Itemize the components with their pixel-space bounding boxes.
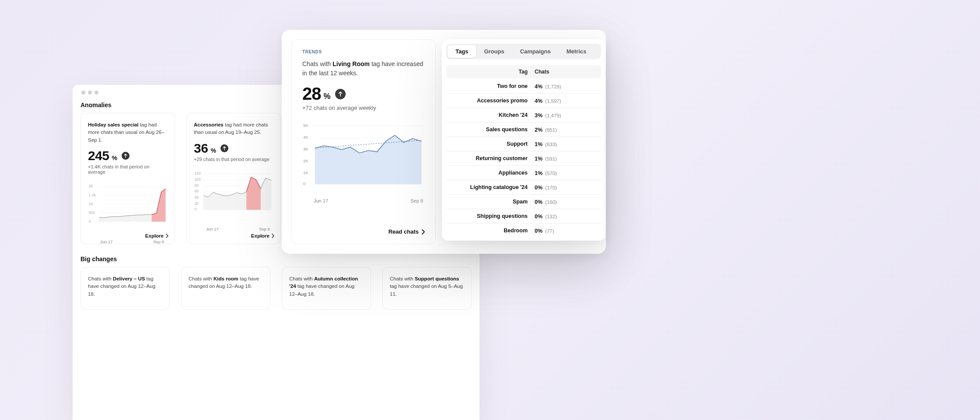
change-tag-name: Delivery – US <box>113 276 145 281</box>
table-row[interactable]: Returning customer 1%(591) <box>446 151 601 166</box>
explore-label: Explore <box>145 233 164 238</box>
tags-header-chats: Chats <box>535 69 596 75</box>
change-desc-text: tag have changed on Aug 12–Aug 18. <box>289 284 354 296</box>
chart-date-range: Jun 17 Sep 8 <box>194 225 273 231</box>
anomaly-card[interactable]: Holiday sales special tag had more chats… <box>80 113 175 244</box>
arrow-up-icon <box>122 152 130 160</box>
trends-area-chart: 5K 4K 3K 2K 1K 0 <box>302 117 425 194</box>
svg-text:0: 0 <box>303 181 305 186</box>
tag-name: Appliances <box>452 170 535 176</box>
tags-table-header: Tag Chats <box>446 65 601 78</box>
tag-name: Accessories promo <box>452 98 535 104</box>
table-row[interactable]: Accessories promo 4%(1,597) <box>446 94 601 108</box>
trends-value: 28 <box>302 84 321 104</box>
tag-name: Shipping questions <box>452 213 535 219</box>
chevron-right-icon <box>165 234 168 238</box>
tag-count: (591) <box>545 156 557 161</box>
svg-text:120: 120 <box>195 172 201 175</box>
svg-text:60: 60 <box>195 189 199 193</box>
table-row[interactable]: Shipping questions 0%(132) <box>446 209 601 224</box>
svg-text:2K: 2K <box>303 158 308 163</box>
tab-metrics[interactable]: Metrics <box>559 45 595 58</box>
tag-percent: 4% <box>535 84 545 90</box>
tab-tags[interactable]: Tags <box>448 45 476 58</box>
change-card[interactable]: Chats with Support questions tag have ch… <box>382 267 472 310</box>
explore-button[interactable]: Explore <box>251 233 274 238</box>
tag-percent: 4% <box>535 98 545 104</box>
svg-text:0: 0 <box>195 207 197 211</box>
minimize-dot[interactable] <box>88 91 92 94</box>
tags-panel: Tags Groups Campaigns Metrics Tag Chats … <box>442 39 606 241</box>
svg-text:4K: 4K <box>303 135 308 140</box>
anomaly-metric: 245 % <box>88 148 168 163</box>
svg-text:2K: 2K <box>89 184 94 188</box>
read-chats-button[interactable]: Read chats <box>388 228 425 235</box>
tag-name: Support <box>452 141 535 147</box>
table-row[interactable]: Support 1%(633) <box>446 137 601 151</box>
tag-count: (1,597) <box>545 98 561 104</box>
trends-date-end: Sep 8 <box>410 198 423 203</box>
tag-count: (132) <box>545 214 557 219</box>
svg-text:5K: 5K <box>303 123 308 128</box>
change-prefix: Chats with <box>88 276 113 281</box>
tag-percent: 2% <box>535 127 545 133</box>
trends-card: TRENDS Chats with Living Room tag have i… <box>291 39 436 244</box>
change-description: Chats with Support questions tag have ch… <box>390 275 464 298</box>
tag-name: Two for one <box>452 83 535 89</box>
change-card[interactable]: Chats with Kids room tag have changed on… <box>181 267 270 310</box>
change-tag-name: Kids room <box>214 276 238 281</box>
change-card[interactable]: Chats with Autumn collection '24 tag hav… <box>282 267 371 310</box>
table-row[interactable]: Appliances 1%(570) <box>446 166 601 180</box>
tag-percent: 0% <box>535 199 545 205</box>
tag-percent: 1% <box>535 141 545 147</box>
svg-text:3K: 3K <box>303 147 308 151</box>
chevron-right-icon <box>271 234 274 238</box>
anomaly-sub-metric: +1.4K chats in that period on average <box>88 164 168 175</box>
anomaly-sparkline-chart: 2K 1.5K 1K 500 0 <box>88 179 168 236</box>
tag-name: Sales questions <box>452 126 535 133</box>
tag-name: Lighting catalogue '24 <box>452 184 535 190</box>
trends-date-range: Jun 17 Sep 8 <box>302 196 425 203</box>
anomaly-description: Accessories tag had more chats than usua… <box>194 121 273 136</box>
tab-campaigns[interactable]: Campaigns <box>512 45 559 58</box>
change-tag-name: Support questions <box>415 276 459 281</box>
table-row[interactable]: Bedroom 0%(77) <box>446 224 601 238</box>
table-row[interactable]: Spam 0%(160) <box>446 195 601 209</box>
chart-date-start: Jun 17 <box>100 239 113 244</box>
table-row[interactable]: Sales questions 2%(851) <box>446 122 601 137</box>
tag-count: (1,729) <box>545 84 561 89</box>
tag-count: (851) <box>545 127 557 133</box>
change-card[interactable]: Chats with Delivery – US tag have change… <box>80 267 170 310</box>
arrow-up-icon <box>220 144 228 152</box>
trends-sub-metric: +72 chats on average weekly <box>302 105 425 111</box>
anomaly-tag-name: Holiday sales special <box>88 122 139 127</box>
trends-section-label: TRENDS <box>302 49 425 54</box>
tag-name: Bedroom <box>452 228 535 234</box>
change-description: Chats with Delivery – US tag have change… <box>88 275 162 298</box>
tag-count: (633) <box>545 142 557 147</box>
tags-header-tag: Tag <box>452 69 535 75</box>
chart-date-end: Sep 8 <box>259 227 270 231</box>
svg-text:1K: 1K <box>303 170 308 175</box>
svg-text:80: 80 <box>195 183 199 187</box>
trends-metric: 28 % <box>302 84 425 104</box>
table-row[interactable]: Two for one 4%(1,729) <box>446 79 601 94</box>
table-row[interactable]: Kitchen '24 3%(1,479) <box>446 108 601 122</box>
tab-groups[interactable]: Groups <box>476 45 512 58</box>
close-dot[interactable] <box>81 91 85 94</box>
explore-label: Explore <box>251 233 270 238</box>
anomaly-sparkline-chart: 120 100 80 60 40 20 0 <box>194 166 273 223</box>
anomaly-description: Holiday sales special tag had more chats… <box>88 121 168 144</box>
tags-table: Tag Chats Two for one 4%(1,729) Accessor… <box>442 65 606 238</box>
change-description: Chats with Autumn collection '24 tag hav… <box>289 275 364 298</box>
svg-text:40: 40 <box>195 196 199 200</box>
change-desc-text: tag have changed on Aug 5–Aug 11. <box>390 284 463 296</box>
anomaly-card[interactable]: Accessories tag had more chats than usua… <box>186 113 281 244</box>
svg-text:0: 0 <box>89 219 91 223</box>
zoom-dot[interactable] <box>94 91 98 94</box>
explore-button[interactable]: Explore <box>145 233 168 238</box>
table-row[interactable]: Lighting catalogue '24 0%(170) <box>446 180 601 195</box>
tag-name: Returning customer <box>452 155 535 161</box>
chevron-right-icon <box>421 229 425 234</box>
read-chats-label: Read chats <box>388 228 419 235</box>
